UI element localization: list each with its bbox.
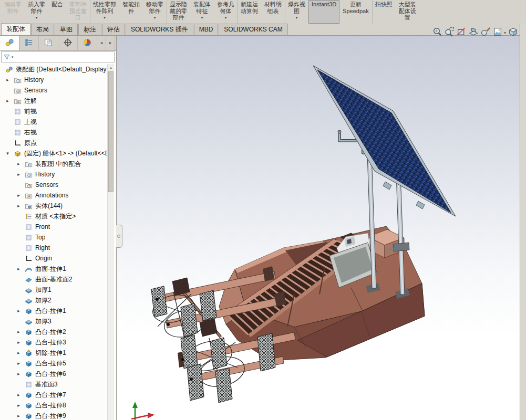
model-canvas[interactable] [117,36,520,420]
tree-item[interactable]: 曲面-拉伸1 [0,264,107,274]
panel-tab-prev[interactable]: ◂ [97,36,106,50]
expander-icon[interactable] [2,96,13,106]
tree-item[interactable]: 基准面3 [0,379,107,390]
dropdown-arrow-icon[interactable]: ▾ [295,15,297,20]
ribbon-button[interactable]: 大型装 配体设 置 [396,0,419,24]
tree-item[interactable]: 加厚3 [0,316,107,327]
apply-scene-button[interactable]: ▾ [492,26,507,40]
ribbon-button[interactable]: 装配体 特征 ▾ [190,0,214,24]
tree-item[interactable]: 加厚2 [0,295,107,306]
display-style-button[interactable] [507,26,519,40]
ribbon-button[interactable]: 显示隐 藏的零 部件 [167,0,190,24]
tree-item[interactable]: 凸台-拉伸1 [0,306,107,316]
ribbon-button[interactable]: 拍快照 [372,0,396,24]
tree-item[interactable]: 前视 [0,106,107,117]
expander-icon[interactable] [13,337,24,348]
tree-item[interactable]: 材质 <未指定> [0,211,107,222]
featuremanager-tab[interactable] [0,36,19,50]
expander-icon[interactable] [13,327,24,337]
tree-item[interactable]: 原点 [0,138,107,148]
dropdown-arrow-icon[interactable]: ▾ [153,15,156,20]
dimxpertmanager-tab[interactable] [58,36,78,50]
tree-item[interactable]: History [0,169,107,180]
dropdown-arrow-icon[interactable]: ▾ [104,15,106,20]
tree-item[interactable]: Top [0,232,107,243]
dropdown-arrow-icon[interactable]: ▾ [35,15,37,20]
ribbon-tab[interactable]: SOLIDWORKS CAM [219,24,287,35]
zoom-to-area-button[interactable] [444,26,456,40]
ribbon-button[interactable]: 零部件 预览窗 口 [66,0,90,24]
expander-icon[interactable] [13,369,24,379]
section-view-button[interactable] [456,26,468,40]
tree-item[interactable]: 凸台-拉伸5 [0,358,107,369]
tree-item[interactable]: Front [0,222,107,232]
scroll-up-arrow-icon[interactable]: ▴ [108,64,114,71]
tree-filter-input[interactable] [14,52,112,61]
ribbon-button[interactable]: 参考几 何体 ▾ [214,0,238,24]
tree-item[interactable]: (固定) 船体<1> -> (Default<<D [0,148,107,159]
tree-item[interactable]: 曲面-基准面2 [0,274,107,285]
displaymanager-tab[interactable] [78,36,97,50]
ribbon-tab[interactable]: 评估 [102,24,125,35]
propertymanager-tab[interactable] [19,36,39,50]
tree-item[interactable]: Origin [0,253,107,264]
expander-icon[interactable] [13,390,24,400]
solar-panel[interactable] [313,66,456,216]
ribbon-button[interactable]: 移动零 部件 ▾ [143,0,167,24]
tree-item[interactable]: 加厚1 [0,285,107,295]
dropdown-arrow-icon[interactable]: ▾ [224,15,226,20]
tree-item[interactable]: 上视 [0,117,107,127]
scrollbar-thumb[interactable] [108,71,114,192]
tree-item[interactable]: 凸台-拉伸7 [0,390,107,400]
ribbon-button[interactable]: 智能扣 件 [119,0,143,24]
expander-icon[interactable] [13,201,24,211]
tree-item[interactable]: 凸台-拉伸9 [0,411,107,420]
tree-item[interactable]: 装配图 中的配合 [0,159,107,169]
ribbon-tab[interactable]: 标注 [78,24,101,35]
ribbon-button[interactable]: 配合 [48,0,66,24]
tree-item[interactable]: 切除-拉伸1 [0,348,107,358]
tree-item[interactable]: Right [0,243,107,253]
tree-item[interactable]: History [0,75,107,85]
graphics-viewport[interactable] [117,36,520,420]
expander-icon[interactable] [13,400,24,411]
ribbon-tab[interactable]: MBD [194,24,219,35]
tree-item[interactable]: 注解 [0,96,107,106]
expander-icon[interactable] [13,169,24,180]
panel-tab-next[interactable]: ▸ [106,36,115,50]
edit-appearance-button[interactable] [480,26,492,40]
expander-icon[interactable] [13,348,24,358]
task-pane-edge[interactable] [520,24,526,420]
expander-icon[interactable] [13,306,24,316]
expander-icon[interactable] [13,190,24,201]
tree-item[interactable]: 右视 [0,127,107,138]
panel-collapse-handle[interactable] [116,225,122,248]
tree-item[interactable]: 装配图 (Default<Default_Display S [0,64,107,75]
expander-icon[interactable] [13,411,24,420]
tree-filter[interactable]: ▾ [1,51,115,62]
tree-item[interactable]: 凸台-拉伸8 [0,400,107,411]
tree-scrollbar[interactable]: ▴ [107,64,114,420]
ribbon-tab[interactable]: 布局 [31,24,54,35]
expander-icon[interactable] [13,264,24,274]
zoom-to-fit-button[interactable] [431,26,444,40]
tree-item[interactable]: Sensors [0,180,107,190]
dropdown-arrow-icon[interactable]: ▾ [504,30,506,35]
expander-icon[interactable] [13,159,24,169]
ribbon-button[interactable]: Instant3D [308,0,339,24]
ribbon-button[interactable]: 更新 Speedpak [339,0,372,24]
expander-icon[interactable] [2,148,13,159]
dropdown-arrow-icon[interactable]: ▾ [201,15,203,20]
tree-item[interactable]: Sensors [0,85,107,96]
tree-item[interactable]: 凸台-拉伸6 [0,369,107,379]
configurationmanager-tab[interactable] [39,36,58,50]
expander-icon[interactable] [2,75,13,85]
ribbon-button[interactable]: 新建运 动算例 [238,0,261,24]
ribbon-button[interactable]: 材料明 细表 [261,0,285,24]
tree-item[interactable]: 凸台-拉伸2 [0,327,107,337]
view-orientation-button[interactable] [468,26,480,40]
ribbon-button[interactable]: 线性零部 件阵列 ▾ [90,0,119,24]
ribbon-button[interactable]: 爆炸视 图 ▾ [285,0,308,24]
ribbon-button[interactable]: 编辑零 部件 [1,0,25,24]
tree-item[interactable]: Annotations [0,190,107,201]
